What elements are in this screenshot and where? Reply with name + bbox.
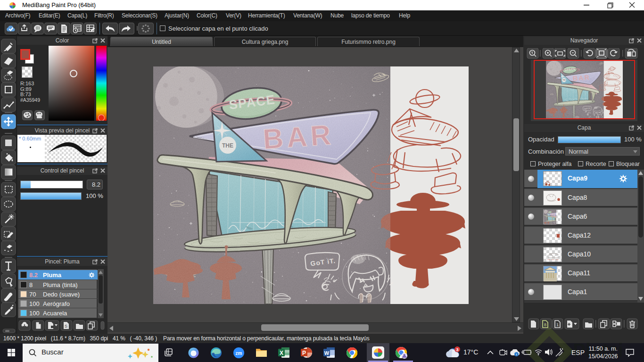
svg-text:3: 3 xyxy=(456,347,458,352)
svg-text:i: i xyxy=(516,353,517,356)
svg-text:S: S xyxy=(65,324,67,329)
svg-text:X: X xyxy=(280,350,283,356)
svg-text:P: P xyxy=(302,350,306,356)
svg-text:W: W xyxy=(324,350,330,356)
svg-text:zm: zm xyxy=(236,351,242,356)
